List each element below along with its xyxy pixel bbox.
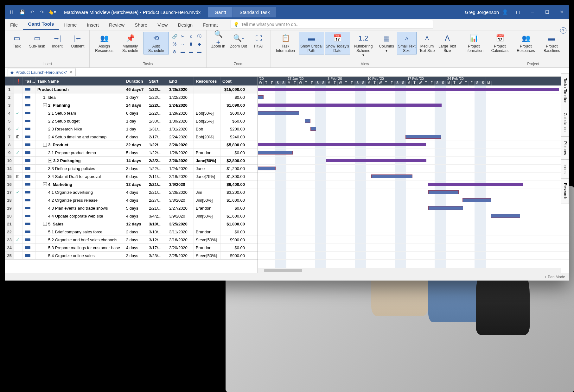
- gantt-row[interactable]: [258, 93, 569, 101]
- table-row[interactable]: 10+3.2 Packaging14 days2/3/2...2/20/2020…: [5, 157, 258, 165]
- gantt-row[interactable]: [258, 228, 569, 236]
- zoom-out-button[interactable]: 🔍-Zoom Out: [229, 32, 248, 50]
- table-row[interactable]: 204.4 Update corporate web site4 days3/4…: [5, 212, 258, 220]
- inactive-icon[interactable]: ⊘: [171, 48, 178, 55]
- document-tab[interactable]: ◆ Product Launch-Hero.mvdx* ✕: [8, 68, 76, 76]
- gantt-row[interactable]: [258, 117, 569, 125]
- ribbon-tab-view[interactable]: View: [152, 20, 173, 30]
- gantt-bar[interactable]: [258, 143, 426, 146]
- table-row[interactable]: 225.1 Brief company sales force2 days3/1…: [5, 228, 258, 236]
- gantt-row[interactable]: [258, 244, 569, 252]
- duration-col-header[interactable]: Duration: [124, 77, 147, 85]
- show-critical-path-button[interactable]: ▬Show Critical Path: [299, 32, 324, 54]
- gantt-row[interactable]: [258, 85, 569, 93]
- ribbon-tab-format[interactable]: Format: [198, 20, 223, 30]
- gantt-row[interactable]: [258, 141, 569, 149]
- gantt-row[interactable]: [258, 133, 569, 141]
- ribbon-tab-gantt-tools[interactable]: Gantt Tools: [23, 19, 59, 30]
- medium-text-button[interactable]: AMedium Text Size: [417, 32, 437, 54]
- gantt-bar[interactable]: [428, 190, 459, 194]
- cost-col-header[interactable]: Cost: [220, 77, 247, 85]
- table-row[interactable]: 184.2 Organize press release4 days2/27/.…: [5, 196, 258, 204]
- table-row[interactable]: 6✓2.3 Research Nike1 day1/31/...1/31/202…: [5, 125, 258, 133]
- columns-button[interactable]: ▦Columns▾: [377, 32, 396, 54]
- table-row[interactable]: 4✓2.1 Setup team6 days1/22/...1/29/2020B…: [5, 109, 258, 117]
- assign-resources-button[interactable]: 👥Assign Resources: [92, 32, 117, 54]
- ribbon-display-icon[interactable]: ▢: [511, 5, 525, 19]
- split-icon[interactable]: ⎌: [187, 33, 195, 40]
- info-icon[interactable]: ⓘ: [195, 33, 203, 40]
- zoom-in-button[interactable]: 🔍+Zoom In: [208, 32, 228, 50]
- table-row[interactable]: 7🗓2.4 Setup timeline and roadmap6 days2/…: [5, 133, 258, 141]
- indent-button[interactable]: →|Indent: [48, 32, 67, 50]
- table-row[interactable]: 8-3. Product22 days1/22/...2/20/2020$5,8…: [5, 141, 258, 149]
- help-icon[interactable]: ?: [560, 27, 566, 34]
- percent-icon[interactable]: %: [171, 41, 178, 47]
- grid-body[interactable]: 1Product Launch46 days?1/22/...3/25/2020…: [5, 85, 258, 281]
- ribbon-tab-design[interactable]: Design: [173, 20, 198, 30]
- gantt-bar[interactable]: [428, 183, 523, 186]
- task-col-header[interactable]: Tas...: [23, 77, 35, 85]
- link-icon[interactable]: 🔗: [171, 33, 178, 40]
- project-information-button[interactable]: 📊Project Information: [461, 32, 487, 54]
- user-account[interactable]: Greg Jorgenson 👤: [465, 9, 511, 15]
- gantt-row[interactable]: [258, 220, 569, 228]
- gantt-bar[interactable]: [258, 95, 264, 99]
- gantt-bar[interactable]: [428, 206, 463, 210]
- gantt-bar[interactable]: [310, 127, 316, 131]
- large-text-button[interactable]: ALarge Text Size: [437, 32, 457, 54]
- context-tab-gantt[interactable]: Gantt: [208, 7, 233, 17]
- sub-task-button[interactable]: ▭Sub-Task: [27, 32, 47, 50]
- gantt-bar[interactable]: [326, 159, 426, 162]
- bar3-icon[interactable]: ▬: [195, 48, 203, 55]
- gantt-row[interactable]: [258, 180, 569, 188]
- gantt-bar[interactable]: [305, 119, 310, 123]
- ribbon-tab-home[interactable]: Home: [59, 20, 82, 30]
- project-baselines-button[interactable]: ▬Project Baselines: [539, 32, 564, 54]
- gantt-row[interactable]: [258, 101, 569, 109]
- project-calendars-button[interactable]: 📅Project Calendars: [487, 32, 513, 54]
- outdent-button[interactable]: |←Outdent: [68, 32, 87, 50]
- end-col-header[interactable]: End: [167, 77, 194, 85]
- task-information-button[interactable]: 📋Task Information: [273, 32, 298, 54]
- resources-col-header[interactable]: Resources: [194, 77, 220, 85]
- side-tab-task-timeline[interactable]: Task / Timeline: [561, 73, 569, 108]
- expand-icon[interactable]: -: [43, 182, 47, 186]
- gantt-bar[interactable]: [462, 198, 491, 202]
- maximize-icon[interactable]: ☐: [540, 5, 554, 19]
- gantt-bar[interactable]: [371, 174, 412, 178]
- table-row[interactable]: 52.2 Setup budget1 day1/30/...1/30/2020B…: [5, 117, 258, 125]
- milestone-icon[interactable]: ◆: [195, 41, 203, 47]
- tell-me-search[interactable]: 💡 Tell me what you want to do...: [231, 20, 433, 29]
- ribbon-tab-share[interactable]: Share: [130, 20, 152, 30]
- save-icon[interactable]: 💾: [18, 8, 26, 16]
- gantt-row[interactable]: [258, 149, 569, 157]
- gantt-bar[interactable]: [258, 111, 299, 115]
- move-project-button[interactable]: ↔Move Project: [565, 32, 569, 54]
- info-col-icon[interactable]: ❗: [14, 77, 23, 85]
- close-icon[interactable]: ✕: [554, 5, 569, 19]
- gantt-row[interactable]: [258, 196, 569, 204]
- table-row[interactable]: 9✓3.1 Prepare product demo5 days1/22/...…: [5, 149, 258, 157]
- gantt-row[interactable]: [258, 236, 569, 244]
- table-row[interactable]: 15🗓3.4 Submit Draft for approval6 days2/…: [5, 173, 258, 180]
- gantt-bar[interactable]: [258, 167, 276, 170]
- table-row[interactable]: 245.3 Prepare mailings for customer base…: [5, 244, 258, 252]
- gantt-row[interactable]: [258, 212, 569, 220]
- gantt-bar[interactable]: [258, 151, 293, 155]
- side-tab-icons[interactable]: Icons: [561, 160, 569, 178]
- fit-all-button[interactable]: ⛶Fit All: [249, 32, 269, 50]
- close-tab-icon[interactable]: ✕: [69, 70, 73, 75]
- bar-icon[interactable]: ▬: [179, 48, 187, 55]
- gantt-row[interactable]: [258, 157, 569, 165]
- expand-icon[interactable]: +: [48, 159, 52, 162]
- side-tab-pictures[interactable]: Pictures: [561, 136, 569, 160]
- start-col-header[interactable]: Start: [147, 77, 167, 85]
- table-row[interactable]: 17✓4.1 Organize advertising4 days2/21/..…: [5, 188, 258, 196]
- move-icon[interactable]: ↔: [179, 41, 187, 47]
- app-icon[interactable]: H: [8, 8, 16, 16]
- bar2-icon[interactable]: ▬: [187, 48, 195, 55]
- expand-icon[interactable]: -: [43, 103, 47, 107]
- table-row[interactable]: 23✓5.2 Organize and brief sales channels…: [5, 236, 258, 244]
- expand-icon[interactable]: -: [43, 222, 47, 226]
